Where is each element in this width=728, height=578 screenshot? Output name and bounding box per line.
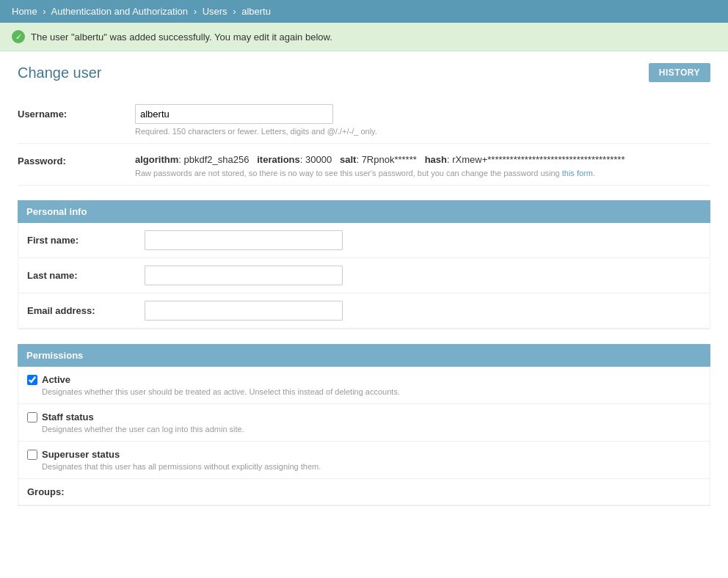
staff-checkbox[interactable] (27, 412, 37, 422)
hash-value: rXmew+**********************************… (452, 154, 625, 165)
permissions-header: Permissions (18, 344, 710, 367)
first-name-label: First name: (27, 230, 145, 246)
breadcrumb-sep-1: › (43, 6, 46, 17)
groups-row: Groups: (18, 479, 710, 505)
page-header: Change user HISTORY (18, 63, 710, 82)
permissions-body: Active Designates whether this user shou… (18, 367, 710, 506)
staff-row: Staff status Designates whether the user… (18, 404, 710, 442)
change-password-link[interactable]: this form (562, 169, 593, 178)
groups-label: Groups: (27, 486, 65, 497)
username-input[interactable] (135, 104, 333, 124)
username-field-wrap: Required. 150 characters or fewer. Lette… (135, 104, 710, 136)
page-title: Change user (18, 65, 102, 81)
active-checkbox[interactable] (27, 375, 37, 385)
active-label[interactable]: Active (27, 374, 701, 385)
email-input[interactable] (145, 301, 343, 321)
success-text: The user "albertu" was added successfull… (31, 32, 332, 43)
password-field-wrap: algorithm: pbkdf2_sha256 iterations: 300… (135, 151, 710, 178)
algo-value: pbkdf2_sha256 (183, 154, 249, 165)
username-row: Username: Required. 150 characters or fe… (18, 97, 710, 144)
active-label-text: Active (42, 374, 70, 385)
breadcrumb-sep-2: › (194, 6, 197, 17)
username-help: Required. 150 characters or fewer. Lette… (135, 127, 710, 136)
breadcrumb-sep-3: › (233, 6, 236, 17)
active-row: Active Designates whether this user shou… (18, 367, 710, 404)
personal-info-header: Personal info (18, 200, 710, 223)
staff-label[interactable]: Staff status (27, 411, 701, 422)
staff-label-text: Staff status (42, 411, 94, 422)
staff-help: Designates whether the user can log into… (27, 425, 701, 434)
password-row: Password: algorithm: pbkdf2_sha256 itera… (18, 144, 710, 186)
superuser-row: Superuser status Designates that this us… (18, 442, 710, 479)
salt-label: salt (340, 154, 356, 165)
email-label: Email address: (27, 301, 145, 316)
algo-label: algorithm (135, 154, 178, 165)
breadcrumb-section[interactable]: Authentication and Authorization (51, 6, 188, 17)
active-help: Designates whether this user should be t… (27, 387, 701, 396)
iter-label: iterations (257, 154, 300, 165)
first-name-field-wrap (145, 230, 701, 250)
breadcrumb: Home › Authentication and Authorization … (0, 0, 728, 23)
last-name-label: Last name: (27, 266, 145, 281)
last-name-field-wrap (145, 266, 701, 285)
success-icon: ✓ (12, 30, 25, 43)
salt-value: 7Rpnok****** (362, 154, 417, 165)
password-label: Password: (18, 151, 135, 167)
superuser-help: Designates that this user has all permis… (27, 462, 701, 471)
email-field-wrap (145, 301, 701, 321)
password-note: Raw passwords are not stored, so there i… (135, 169, 710, 178)
iter-value: 30000 (305, 154, 332, 165)
breadcrumb-home[interactable]: Home (12, 6, 37, 17)
personal-info-body: First name: Last name: Email address: (18, 223, 710, 329)
breadcrumb-current: albertu (241, 6, 271, 17)
email-row: Email address: (18, 293, 710, 329)
last-name-input[interactable] (145, 266, 343, 285)
password-info: algorithm: pbkdf2_sha256 iterations: 300… (135, 151, 710, 165)
first-name-row: First name: (18, 223, 710, 258)
hash-label: hash (425, 154, 447, 165)
superuser-label[interactable]: Superuser status (27, 449, 701, 460)
first-name-input[interactable] (145, 230, 343, 250)
last-name-row: Last name: (18, 258, 710, 293)
superuser-label-text: Superuser status (42, 449, 120, 460)
success-message: ✓ The user "albertu" was added successfu… (0, 23, 728, 51)
superuser-checkbox[interactable] (27, 450, 37, 460)
breadcrumb-users[interactable]: Users (203, 6, 228, 17)
main-content: Change user HISTORY Username: Required. … (0, 51, 728, 518)
history-button[interactable]: HISTORY (649, 63, 710, 82)
username-label: Username: (18, 104, 135, 120)
